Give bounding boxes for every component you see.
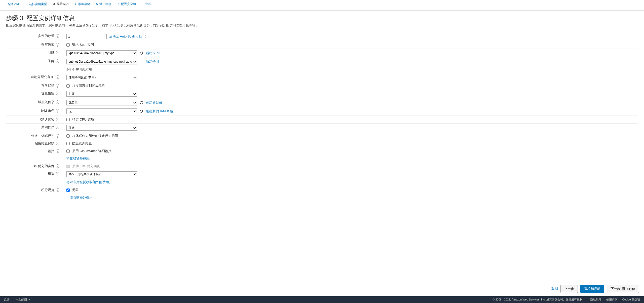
refresh-icon[interactable]: [139, 109, 143, 113]
cpu-checkbox[interactable]: [66, 118, 70, 121]
label-placement: 置放群组: [41, 84, 54, 88]
label-auto-ip: 自动分配公有 IP: [31, 75, 54, 79]
info-icon[interactable]: i: [56, 34, 59, 38]
info-icon[interactable]: i: [56, 172, 59, 175]
monitoring-cb-label: 启用 CloudWatch 详细监控: [72, 149, 111, 153]
info-icon[interactable]: i: [56, 126, 59, 129]
monitoring-note[interactable]: 将收取额外费用。: [66, 157, 93, 160]
page-title: 步骤 3: 配置实例详细信息: [6, 14, 638, 22]
refresh-icon[interactable]: [139, 51, 143, 55]
tab-storage[interactable]: 4. 添加存储: [75, 2, 90, 8]
footer-actions: 取消 上一步 审核和启动 下一步: 添加存储: [551, 282, 639, 291]
info-icon[interactable]: i: [56, 109, 59, 112]
credit-note[interactable]: 可能收取额外费用: [66, 196, 93, 199]
link-autoscaling[interactable]: 启动至 Auto Scaling 组: [109, 34, 142, 39]
label-ebs-opt: EBS 优化的实例: [30, 164, 54, 168]
hibernate-checkbox[interactable]: [66, 134, 70, 138]
info-icon[interactable]: i: [145, 35, 148, 38]
info-icon[interactable]: i: [56, 164, 59, 168]
info-icon[interactable]: i: [56, 84, 59, 88]
next-button[interactable]: 下一步: 添加存储: [607, 285, 639, 291]
hibernate-cb-label: 将休眠作为额外的停止行为启用: [72, 134, 118, 138]
spot-label: 请求 Spot 实例: [72, 43, 94, 47]
info-icon[interactable]: i: [56, 51, 59, 54]
placement-cb-label: 将实例添加到置放群组: [72, 84, 105, 88]
page-desc: 配置实例以便满足您的需求。您可以从同一 AMI 上启动多个实例，请求 Spot …: [6, 23, 638, 28]
info-icon[interactable]: i: [56, 142, 59, 145]
review-launch-button[interactable]: 审核和启动: [580, 285, 604, 291]
shutdown-select[interactable]: 停止: [66, 125, 137, 131]
info-icon[interactable]: i: [56, 188, 59, 192]
info-icon[interactable]: i: [56, 75, 59, 79]
network-select[interactable]: vpc-03f547704996bea16 | my-vpc: [66, 50, 137, 56]
tenancy-note[interactable]: 将对专用租赁收取额外的费用。: [66, 180, 112, 184]
tab-ami[interactable]: 1. 选择 AMI: [4, 2, 20, 8]
link-new-directory[interactable]: 创建新目录: [146, 100, 162, 105]
label-credit: 积分规范: [41, 188, 54, 192]
info-icon[interactable]: i: [56, 92, 59, 95]
label-shutdown: 关闭操作: [41, 125, 54, 130]
label-iam: IAM 角色: [41, 108, 54, 113]
label-terminate-protect: 启用终止保护: [35, 141, 54, 146]
tab-instance-type[interactable]: 2. 选择实例类型: [26, 2, 47, 8]
label-tenancy: 租赁: [48, 171, 54, 176]
tab-tags[interactable]: 5. 添加标签: [96, 2, 111, 8]
refresh-icon[interactable]: [139, 101, 143, 105]
subnet-ip-count: 248 个 IP 地址可用: [66, 67, 638, 72]
label-hibernate: 停止 – 休眠行为: [31, 134, 54, 138]
label-domain-join: 域加入目录: [38, 100, 54, 104]
label-purchase: 购买选项: [41, 43, 54, 47]
info-icon[interactable]: i: [56, 43, 59, 47]
info-icon[interactable]: i: [56, 59, 59, 63]
link-new-iam[interactable]: 创建新的 IAM 角色: [146, 109, 173, 113]
monitoring-checkbox[interactable]: [66, 149, 70, 153]
prev-button[interactable]: 上一步: [560, 285, 578, 291]
spot-checkbox[interactable]: [66, 43, 70, 47]
credit-cb-label: 无限: [72, 188, 79, 192]
label-capacity: 容量预留: [41, 91, 54, 96]
info-icon[interactable]: i: [56, 118, 59, 121]
wizard-tabs: 1. 选择 AMI 2. 选择实例类型 3. 配置实例 4. 添加存储 5. 添…: [0, 0, 644, 11]
info-icon[interactable]: i: [56, 100, 59, 104]
info-icon[interactable]: i: [56, 134, 59, 138]
info-icon[interactable]: i: [56, 149, 59, 153]
ebs-cb-label: 启动 EBS 优化实例: [72, 164, 100, 168]
cpu-cb-label: 指定 CPU 选项: [72, 117, 94, 122]
tenancy-select[interactable]: 共享 - 运行共享硬件实例: [66, 171, 137, 177]
placement-checkbox[interactable]: [66, 84, 70, 88]
cancel-button[interactable]: 取消: [551, 287, 558, 291]
label-cpu: CPU 选项: [40, 117, 54, 122]
ebs-checkbox: [66, 165, 70, 168]
iam-select[interactable]: 无: [66, 108, 137, 114]
domain-select[interactable]: 无目录: [66, 100, 137, 105]
auto-ip-select[interactable]: 使用子网设置 (禁用): [66, 75, 137, 80]
form-content: 步骤 3: 配置实例详细信息 配置实例以便满足您的需求。您可以从同一 AMI 上…: [0, 11, 644, 291]
label-instance-count: 实例的数量: [38, 34, 54, 38]
terminate-checkbox[interactable]: [66, 142, 70, 145]
label-monitoring: 监控: [48, 149, 54, 153]
tab-configure[interactable]: 3. 配置实例: [53, 2, 68, 8]
tab-sg[interactable]: 6. 配置安全组: [117, 2, 136, 8]
subnet-select[interactable]: subnet-0bcba2b69c1c51bfe | my-sub-net | …: [66, 59, 137, 64]
label-network: 网络: [48, 50, 54, 55]
credit-checkbox[interactable]: [66, 188, 70, 192]
tab-review[interactable]: 7. 审核: [142, 2, 151, 8]
link-new-vpc[interactable]: 新建 VPC: [146, 51, 160, 55]
instance-count-input[interactable]: [66, 34, 107, 39]
link-new-subnet[interactable]: 新建子网: [146, 59, 159, 64]
label-subnet: 子网: [48, 59, 54, 63]
capacity-select[interactable]: 打开: [66, 91, 137, 97]
terminate-cb-label: 防止意外终止: [72, 141, 92, 146]
